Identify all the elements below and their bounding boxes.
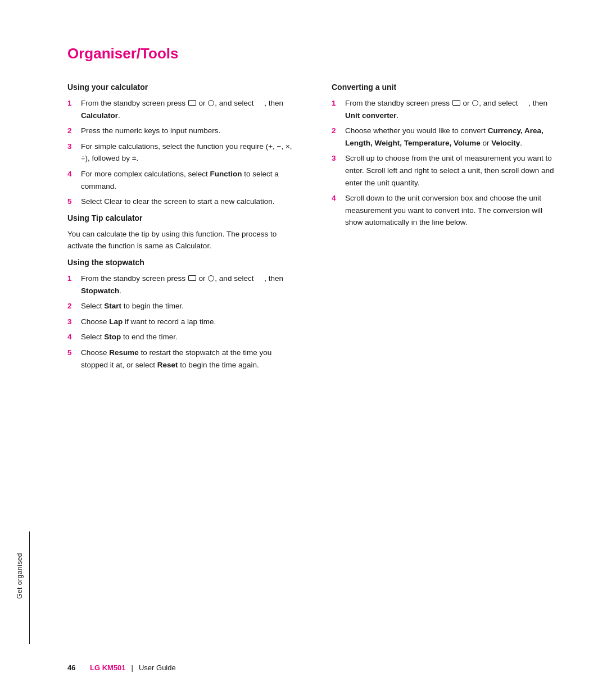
list-num: 3: [332, 152, 342, 165]
sidebar-line: [29, 531, 30, 644]
list-content: Choose Lap if want to record a lap time.: [81, 316, 298, 328]
list-item: 5 Select Clear to clear the screen to st…: [67, 196, 298, 208]
two-column-layout: Using your calculator 1 From the standby…: [67, 83, 562, 376]
list-num: 1: [67, 97, 78, 110]
list-num: 1: [67, 272, 78, 285]
list-item: 1 From the standby screen press or , and…: [67, 272, 298, 297]
list-num: 4: [67, 331, 78, 343]
section-unit-converter: Converting a unit 1 From the standby scr…: [332, 83, 562, 229]
list-num: 3: [67, 316, 78, 328]
list-item: 3 Scroll up to choose from the unit of m…: [332, 152, 562, 189]
list-num: 5: [67, 196, 78, 208]
list-content: Select Clear to clear the screen to star…: [81, 196, 298, 208]
list-content: For simple calculations, select the func…: [81, 140, 298, 165]
section-stopwatch: Using the stopwatch 1 From the standby s…: [67, 258, 298, 371]
list-item: 4 Select Stop to end the timer.: [67, 331, 298, 343]
list-item: 1 From the standby screen press or , and…: [67, 97, 298, 121]
section-heading-calculator: Using your calculator: [67, 83, 298, 92]
footer-separator: |: [132, 663, 133, 672]
sidebar-label: Get organised: [16, 553, 24, 599]
list-item: 2 Press the numeric keys to input number…: [67, 125, 298, 137]
stopwatch-list: 1 From the standby screen press or , and…: [67, 272, 298, 371]
section-heading-stopwatch: Using the stopwatch: [67, 258, 298, 267]
right-column: Converting a unit 1 From the standby scr…: [332, 83, 562, 376]
list-num: 4: [332, 192, 342, 204]
list-num: 2: [67, 300, 78, 312]
calculator-list: 1 From the standby screen press or , and…: [67, 97, 298, 208]
list-num: 1: [332, 97, 342, 110]
list-content: Select Start to begin the timer.: [81, 300, 298, 312]
footer-brand: LG KM501: [90, 663, 126, 672]
list-content: Scroll down to the unit conversion box a…: [345, 192, 562, 229]
list-content: From the standby screen press or , and s…: [345, 97, 562, 121]
left-column: Using your calculator 1 From the standby…: [67, 83, 298, 376]
footer-page-number: 46: [67, 663, 84, 672]
section-tip-calculator: Using Tip calculator You can calculate t…: [67, 213, 298, 252]
unit-converter-list: 1 From the standby screen press or , and…: [332, 97, 562, 229]
list-num: 3: [67, 140, 78, 153]
list-item: 4 Scroll down to the unit conversion box…: [332, 192, 562, 229]
list-num: 2: [332, 125, 342, 137]
list-content: From the standby screen press or , and s…: [81, 97, 298, 121]
list-num: 5: [67, 347, 78, 359]
tip-calculator-para: You can calculate the tip by using this …: [67, 228, 298, 252]
list-item: 1 From the standby screen press or , and…: [332, 97, 562, 121]
list-content: For more complex calculations, select Fu…: [81, 168, 298, 192]
page-title: Organiser/Tools: [67, 45, 562, 62]
menu-icon: [188, 100, 196, 106]
list-num: 4: [67, 168, 78, 180]
circle-icon: [208, 100, 214, 106]
menu-icon: [452, 100, 460, 106]
footer: 46 LG KM501 | User Guide: [67, 663, 562, 672]
list-content: From the standby screen press or , and s…: [81, 272, 298, 297]
list-item: 2 Select Start to begin the timer.: [67, 300, 298, 312]
list-content: Press the numeric keys to input numbers.: [81, 125, 298, 137]
list-item: 3 Choose Lap if want to record a lap tim…: [67, 316, 298, 328]
list-num: 2: [67, 125, 78, 137]
footer-guide: User Guide: [139, 663, 176, 672]
section-heading-tip-calculator: Using Tip calculator: [67, 213, 298, 222]
list-item: 5 Choose Resume to restart the stopwatch…: [67, 347, 298, 371]
list-item: 3 For simple calculations, select the fu…: [67, 140, 298, 165]
circle-icon: [208, 275, 214, 281]
list-item: 2 Choose whether you would like to conve…: [332, 125, 562, 149]
section-calculator: Using your calculator 1 From the standby…: [67, 83, 298, 208]
circle-icon: [472, 100, 478, 106]
menu-icon: [188, 275, 196, 281]
list-item: 4 For more complex calculations, select …: [67, 168, 298, 192]
page: Organiser/Tools Using your calculator 1 …: [0, 0, 607, 700]
list-content: Choose whether you would like to convert…: [345, 125, 562, 149]
list-content: Choose Resume to restart the stopwatch a…: [81, 347, 298, 371]
section-heading-unit-converter: Converting a unit: [332, 83, 562, 92]
list-content: Scroll up to choose from the unit of mea…: [345, 152, 562, 189]
list-content: Select Stop to end the timer.: [81, 331, 298, 343]
